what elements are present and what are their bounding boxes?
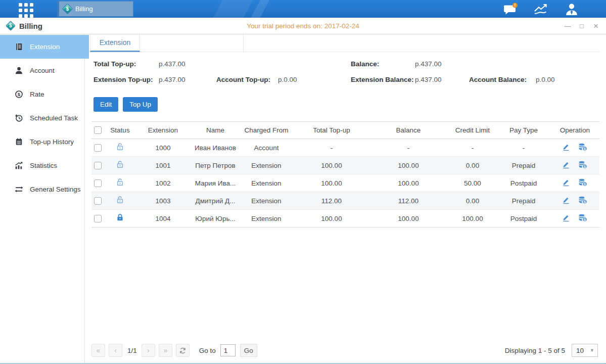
row-checkbox[interactable] [94,179,102,187]
cell-balance: 100.00 [368,210,448,228]
cell-credit-limit: 100.00 [448,210,497,228]
edit-icon[interactable] [562,196,570,204]
account-topup-label: Account Top-up: [216,76,270,83]
row-checkbox[interactable] [94,197,102,205]
column-header-pay-type: Pay Type [497,122,550,139]
unlocked-icon[interactable] [116,143,124,151]
page-size-value: 10 [576,347,584,354]
maximize-icon[interactable]: □ [578,22,586,30]
unlocked-icon[interactable] [116,160,124,169]
sidebar-item-account[interactable]: Account [0,59,84,82]
sidebar: Extension Account $ Rate Scheduled Task … [0,34,85,363]
cell-extension: 1000 [133,139,193,157]
table-row: 1004Юрий Юрь...Extension100.00100.00100.… [91,210,599,228]
cell-extension: 1004 [133,210,193,228]
cell-extension: 1002 [133,174,193,192]
svg-text:$: $ [18,92,21,97]
column-header-balance: Balance [368,122,448,139]
balance-label: Balance: [351,60,379,68]
edit-icon[interactable] [562,161,570,169]
extension-table-body: 1000Иван ИвановAccount----$1001Петр Петр… [91,139,599,228]
sidebar-item-topup-history[interactable]: Top-up History [0,130,84,154]
sidebar-item-label: Extension [30,43,60,51]
row-checkbox[interactable] [94,162,102,169]
cell-pay-type: Prepaid [497,192,550,210]
chevron-down-icon: ▼ [590,348,594,353]
sidebar-item-statistics[interactable]: Statistics [0,154,84,177]
topup-icon[interactable]: $ [578,161,588,169]
edit-button[interactable]: Edit [94,97,118,112]
table-row: 1003Дмитрий Д...Extension112.00112.000.0… [91,192,599,210]
topup-icon[interactable]: $ [578,178,588,187]
next-page-button[interactable]: › [142,344,155,357]
locked-icon[interactable] [116,213,124,222]
topbar-decoration [249,0,271,18]
select-all-checkbox[interactable] [94,126,102,134]
cell-balance: 100.00 [368,174,448,192]
prev-page-button[interactable]: ‹ [109,344,122,357]
account-balance-value: p.0.00 [536,76,555,83]
topup-history-icon [15,138,23,146]
cell-charged-from: Account [238,139,295,157]
top-up-button[interactable]: Top Up [123,97,158,112]
sidebar-item-rate[interactable]: $ Rate [0,82,84,106]
topup-icon[interactable]: $ [578,214,588,222]
cell-charged-from: Extension [238,157,295,174]
tabbar: Extension [90,34,599,52]
scheduled-task-icon [15,114,23,122]
sidebar-item-label: Statistics [30,162,57,169]
column-header-status: Status [107,122,133,139]
first-page-button[interactable]: « [91,344,105,357]
go-button[interactable]: Go [240,344,257,357]
page-size-select[interactable]: 10 ▼ [572,344,598,357]
goto-page-input[interactable] [220,344,236,356]
cell-charged-from: Extension [238,210,295,228]
apps-menu-icon[interactable] [19,3,33,18]
sidebar-item-extension[interactable]: Extension [0,35,89,59]
window-title: Billing [19,22,42,30]
balance-value: p.437.00 [415,60,442,68]
topup-icon[interactable]: $ [578,196,588,204]
billing-app-window: $ Billing ! $ Billing Your trial period … [0,0,606,364]
edit-icon[interactable] [562,178,570,187]
edit-icon[interactable] [562,214,570,222]
resource-monitor-icon[interactable] [532,2,550,16]
cell-balance: 100.00 [368,157,448,174]
user-account-icon[interactable] [563,2,581,16]
sidebar-item-general-settings[interactable]: General Settings [0,177,84,201]
cell-credit-limit: 50.00 [448,174,497,192]
cell-pay-type: - [497,139,550,157]
extension-balance-label: Extension Balance: [351,76,414,83]
minimize-icon[interactable]: — [564,22,572,30]
edit-icon[interactable] [562,143,570,151]
tab-extension[interactable]: Extension [90,34,140,52]
table-row: 1001Петр ПетровExtension100.00100.000.00… [91,157,599,174]
window-controls: — □ × [564,18,600,34]
billing-summary: Total Top-up: p.437.00 Balance: p.437.00… [85,52,606,97]
row-checkbox[interactable] [94,215,102,222]
svg-text:$: $ [584,164,586,168]
table-row: 1000Иван ИвановAccount----$ [91,139,599,157]
taskbar-tab-billing[interactable]: $ Billing [57,1,133,17]
close-icon[interactable]: × [592,21,600,31]
sidebar-item-label: Account [30,67,55,74]
sidebar-item-label: Scheduled Task [30,114,78,122]
sidebar-item-scheduled-task[interactable]: Scheduled Task [0,106,84,130]
row-checkbox[interactable] [94,144,102,152]
main-content: Extension Total Top-up: p.437.00 Balance… [85,34,606,363]
refresh-icon[interactable] [176,344,190,357]
cell-credit-limit: 0.00 [448,192,497,210]
displaying-info: Displaying 1 - 5 of 5 [505,347,565,354]
topup-icon[interactable]: $ [578,143,588,151]
column-header-operation: Operation [550,122,599,139]
table-row: 1002Мария Ива...Extension100.00100.0050.… [91,174,599,192]
cell-total-topup: 112.00 [295,192,368,210]
unlocked-icon[interactable] [116,178,124,187]
last-page-button[interactable]: » [159,344,172,357]
unlocked-icon[interactable] [116,196,124,204]
notifications-chat-icon[interactable]: ! [501,2,520,16]
extension-balance-value: p.437.00 [415,76,442,83]
extension-topup-value: p.437.00 [159,76,185,83]
column-header-credit-limit: Credit Limit [448,122,497,139]
page-indicator: 1/1 [127,347,137,354]
